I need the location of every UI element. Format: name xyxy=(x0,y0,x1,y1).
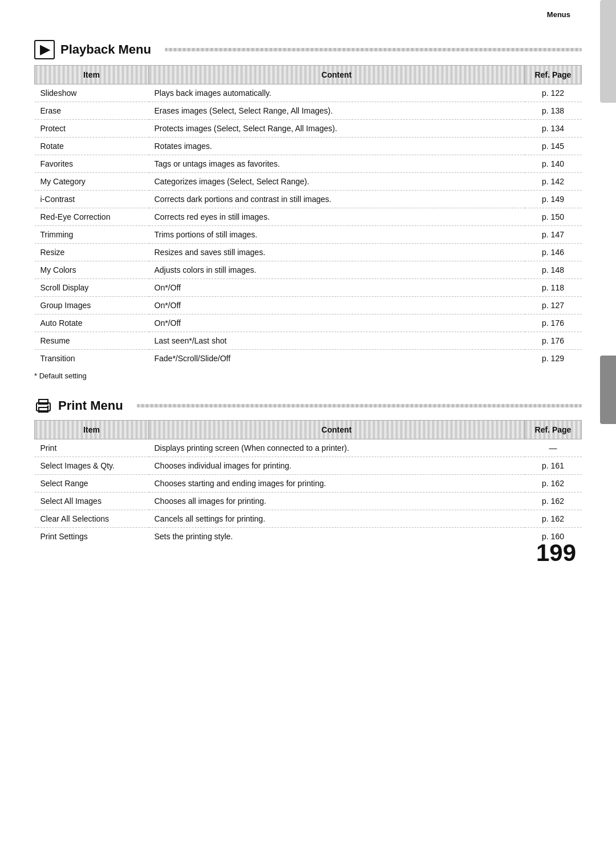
svg-point-3 xyxy=(47,406,49,407)
playback-content-cell: On*/Off xyxy=(149,279,525,297)
print-table-row: PrintDisplays printing screen (When conn… xyxy=(35,439,582,457)
playback-ref-cell: p. 118 xyxy=(525,279,582,297)
playback-content-cell: Tags or untags images as favorites. xyxy=(149,155,525,173)
print-table-row: Clear All SelectionsCancels all settings… xyxy=(35,510,582,528)
print-content-cell: Chooses starting and ending images for p… xyxy=(149,475,525,492)
playback-content-cell: Plays back images automatically. xyxy=(149,84,525,102)
print-ref-cell: p. 162 xyxy=(525,510,582,528)
print-item-cell: Select All Images xyxy=(35,492,149,510)
print-item-cell: Select Range xyxy=(35,475,149,492)
print-menu-table: Item Content Ref. Page PrintDisplays pri… xyxy=(34,420,582,545)
print-ref-cell: p. 162 xyxy=(525,492,582,510)
print-table-row: Print SettingsSets the printing style.p.… xyxy=(35,528,582,546)
print-table-row: Select Images & Qty.Chooses individual i… xyxy=(35,457,582,475)
playback-default-note: * Default setting xyxy=(34,372,582,380)
playback-table-row: ResizeResizes and saves still images.p. … xyxy=(35,244,582,261)
playback-content-cell: Categorizes images (Select, Select Range… xyxy=(149,173,525,191)
print-item-cell: Print xyxy=(35,439,149,457)
playback-table-row: i-ContrastCorrects dark portions and con… xyxy=(35,191,582,208)
playback-ref-cell: p. 134 xyxy=(525,120,582,138)
print-content-cell: Cancels all settings for printing. xyxy=(149,510,525,528)
print-content-cell: Chooses individual images for printing. xyxy=(149,457,525,475)
playback-item-cell: i-Contrast xyxy=(35,191,149,208)
playback-ref-cell: p. 145 xyxy=(525,138,582,155)
playback-table-row: EraseErases images (Select, Select Range… xyxy=(35,102,582,120)
playback-item-cell: Transition xyxy=(35,350,149,368)
playback-content-cell: Corrects dark portions and contrast in s… xyxy=(149,191,525,208)
page-number: 199 xyxy=(536,539,576,567)
playback-col-item: Item xyxy=(35,66,149,84)
right-tab-top xyxy=(600,0,616,103)
playback-item-cell: Resize xyxy=(35,244,149,261)
playback-ref-cell: p. 142 xyxy=(525,173,582,191)
playback-ref-cell: p. 138 xyxy=(525,102,582,120)
playback-item-cell: Auto Rotate xyxy=(35,314,149,332)
playback-table-row: TrimmingTrims portions of still images.p… xyxy=(35,226,582,244)
playback-content-cell: Last seen*/Last shot xyxy=(149,332,525,350)
page-container: Menus ▶ Playback Menu Item Content Ref. … xyxy=(0,0,616,584)
playback-menu-header: ▶ Playback Menu xyxy=(34,40,582,59)
playback-ref-cell: p. 147 xyxy=(525,226,582,244)
playback-content-cell: Corrects red eyes in still images. xyxy=(149,208,525,226)
playback-item-cell: Scroll Display xyxy=(35,279,149,297)
print-ref-cell: p. 161 xyxy=(525,457,582,475)
playback-ref-cell: p. 122 xyxy=(525,84,582,102)
print-ref-cell: p. 162 xyxy=(525,475,582,492)
playback-table-row: Scroll DisplayOn*/Offp. 118 xyxy=(35,279,582,297)
print-ref-cell: — xyxy=(525,439,582,457)
playback-table-row: SlideshowPlays back images automatically… xyxy=(35,84,582,102)
playback-table-row: My CategoryCategorizes images (Select, S… xyxy=(35,173,582,191)
playback-ref-cell: p. 129 xyxy=(525,350,582,368)
playback-table-row: Group ImagesOn*/Offp. 127 xyxy=(35,297,582,314)
print-item-cell: Clear All Selections xyxy=(35,510,149,528)
print-menu-header: Print Menu xyxy=(34,397,582,414)
playback-ref-cell: p. 176 xyxy=(525,332,582,350)
playback-ref-cell: p. 148 xyxy=(525,261,582,279)
print-content-cell: Chooses all images for printing. xyxy=(149,492,525,510)
playback-content-cell: Adjusts colors in still images. xyxy=(149,261,525,279)
playback-icon: ▶ xyxy=(34,40,55,59)
top-label: Menus xyxy=(547,10,570,19)
playback-col-content: Content xyxy=(149,66,525,84)
playback-item-cell: Rotate xyxy=(35,138,149,155)
playback-content-cell: Fade*/Scroll/Slide/Off xyxy=(149,350,525,368)
playback-item-cell: Resume xyxy=(35,332,149,350)
playback-table-row: Auto RotateOn*/Offp. 176 xyxy=(35,314,582,332)
playback-content-cell: Trims portions of still images. xyxy=(149,226,525,244)
print-item-cell: Print Settings xyxy=(35,528,149,546)
print-col-content: Content xyxy=(149,421,525,439)
playback-ref-cell: p. 176 xyxy=(525,314,582,332)
playback-table-row: TransitionFade*/Scroll/Slide/Offp. 129 xyxy=(35,350,582,368)
playback-content-cell: Resizes and saves still images. xyxy=(149,244,525,261)
playback-table-row: FavoritesTags or untags images as favori… xyxy=(35,155,582,173)
print-table-row: Select All ImagesChooses all images for … xyxy=(35,492,582,510)
print-col-ref: Ref. Page xyxy=(525,421,582,439)
playback-table-row: Red-Eye CorrectionCorrects red eyes in s… xyxy=(35,208,582,226)
playback-item-cell: Erase xyxy=(35,102,149,120)
playback-content-cell: Erases images (Select, Select Range, All… xyxy=(149,102,525,120)
playback-content-cell: Rotates images. xyxy=(149,138,525,155)
print-table-header-row: Item Content Ref. Page xyxy=(35,421,582,439)
playback-section-line xyxy=(165,48,582,51)
playback-ref-cell: p. 146 xyxy=(525,244,582,261)
playback-content-cell: On*/Off xyxy=(149,314,525,332)
playback-item-cell: Red-Eye Correction xyxy=(35,208,149,226)
playback-col-ref: Ref. Page xyxy=(525,66,582,84)
playback-ref-cell: p. 127 xyxy=(525,297,582,314)
playback-item-cell: Trimming xyxy=(35,226,149,244)
playback-content-cell: Protects images (Select, Select Range, A… xyxy=(149,120,525,138)
print-menu-title: Print Menu xyxy=(58,398,123,413)
print-col-item: Item xyxy=(35,421,149,439)
playback-item-cell: Slideshow xyxy=(35,84,149,102)
print-svg-icon xyxy=(34,397,52,414)
playback-menu-table: Item Content Ref. Page SlideshowPlays ba… xyxy=(34,65,582,367)
playback-table-header-row: Item Content Ref. Page xyxy=(35,66,582,84)
playback-ref-cell: p. 149 xyxy=(525,191,582,208)
playback-ref-cell: p. 140 xyxy=(525,155,582,173)
print-table-row: Select RangeChooses starting and ending … xyxy=(35,475,582,492)
print-content-cell: Sets the printing style. xyxy=(149,528,525,546)
playback-ref-cell: p. 150 xyxy=(525,208,582,226)
playback-table-row: RotateRotates images.p. 145 xyxy=(35,138,582,155)
print-section-line xyxy=(137,404,582,407)
playback-item-cell: My Category xyxy=(35,173,149,191)
